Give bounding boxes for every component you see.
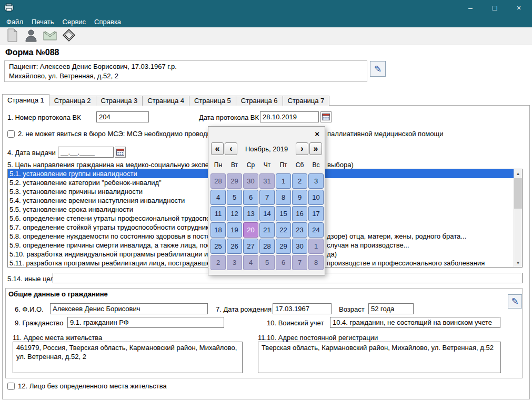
calendar-day[interactable]: 11: [210, 206, 226, 221]
tab-3[interactable]: Страница 3: [96, 96, 143, 106]
calendar-day[interactable]: 29: [276, 239, 291, 254]
calendar-day[interactable]: 2: [210, 255, 226, 270]
calendar-day[interactable]: 21: [259, 222, 275, 238]
issue-date-input[interactable]: [58, 147, 114, 158]
listbox-scrollbar[interactable]: ▲ ▼: [514, 169, 522, 267]
calendar-day[interactable]: 28: [210, 173, 226, 189]
send-button[interactable]: [42, 28, 58, 44]
calendar-day[interactable]: 25: [210, 239, 226, 254]
calendar-day[interactable]: 10: [308, 190, 324, 205]
residence-address-textarea[interactable]: 461979, Россия, Тверская область, Карман…: [13, 342, 243, 373]
fio-input[interactable]: [50, 303, 208, 314]
scroll-up-button[interactable]: ▲: [514, 169, 522, 178]
protocol-number-input[interactable]: [96, 111, 149, 122]
diamond-icon: [62, 28, 76, 44]
protocol-date-input[interactable]: [260, 111, 319, 122]
homeless-label: 12. Лицо без определенного места жительс…: [18, 382, 167, 390]
app-window: – □ × ФайлПечатьСервисСправка Форма №088…: [0, 0, 532, 401]
tab-7[interactable]: Страница 7: [283, 96, 330, 106]
calendar-prev-button[interactable]: ‹: [225, 142, 237, 155]
calendar-day[interactable]: 17: [308, 206, 324, 221]
calendar-weekday: Ср: [243, 161, 259, 169]
calendar-day[interactable]: 27: [243, 239, 258, 254]
purpose-item-text: 5.1. установление группы инвалидности: [9, 170, 137, 178]
calendar-weekday: Сб: [292, 161, 308, 169]
calendar-weekdays: ПнВтСрЧтПтСбВс: [210, 161, 324, 169]
tab-4[interactable]: Страница 4: [142, 96, 189, 106]
edit-general-button[interactable]: ✎: [508, 294, 522, 309]
close-button[interactable]: ×: [510, 4, 528, 12]
calendar-day[interactable]: 31: [259, 173, 275, 189]
menu-item-2[interactable]: Печать: [27, 17, 58, 27]
calendar-day[interactable]: 6: [276, 255, 291, 270]
calendar-day[interactable]: 7: [259, 190, 275, 205]
registration-address-textarea[interactable]: Тверская область, Кармановский район, Ми…: [258, 342, 501, 373]
calendar-day[interactable]: 8: [276, 190, 291, 205]
calendar-day[interactable]: 1: [308, 239, 324, 254]
calendar-day[interactable]: 5: [259, 255, 275, 270]
edit-patient-button[interactable]: ✎: [370, 61, 386, 77]
calendar-day[interactable]: 12: [227, 206, 242, 221]
patient-line1: Пациент: Алексеев Денис Борисович, 17.03…: [9, 62, 363, 71]
homeless-checkbox[interactable]: [7, 383, 15, 390]
calendar-day[interactable]: 19: [227, 222, 242, 238]
calendar-day[interactable]: 13: [243, 206, 258, 221]
person-icon: [25, 28, 37, 44]
calendar-day[interactable]: 23: [292, 222, 307, 238]
calendar-day[interactable]: 5: [227, 190, 242, 205]
calendar-day[interactable]: 28: [259, 239, 275, 254]
calendar-day[interactable]: 7: [292, 255, 307, 270]
calendar-day[interactable]: 4: [210, 190, 226, 205]
menu-item-4[interactable]: Справка: [90, 17, 125, 27]
calendar-day[interactable]: 4: [243, 255, 258, 270]
minimize-button[interactable]: –: [461, 4, 479, 12]
calendar-close-button[interactable]: ×: [315, 129, 319, 138]
calendar-last-button[interactable]: »: [309, 142, 322, 155]
new-document-button[interactable]: [4, 28, 20, 44]
age-input[interactable]: [368, 303, 414, 314]
tab-5[interactable]: Страница 5: [189, 96, 236, 106]
calendar-day[interactable]: 3: [308, 173, 324, 189]
calendar-day[interactable]: 30: [292, 239, 307, 254]
toolbar: [0, 27, 532, 45]
calendar-day[interactable]: 6: [243, 190, 258, 205]
registration-address-label: 11.10. Адрес постоянной регистрации: [258, 334, 378, 342]
calendar-day[interactable]: 29: [227, 173, 242, 189]
age-label: Возраст: [339, 305, 365, 313]
calendar-day[interactable]: 15: [276, 206, 291, 221]
military-input[interactable]: [330, 317, 500, 328]
menubar: ФайлПечатьСервисСправка: [0, 16, 532, 27]
tab-2[interactable]: Страница 2: [49, 96, 96, 106]
calendar-day[interactable]: 2: [292, 173, 307, 189]
menu-item-3[interactable]: Сервис: [58, 17, 91, 27]
document-icon: [6, 28, 18, 44]
menu-item-1[interactable]: Файл: [2, 17, 27, 27]
calendar-day[interactable]: 26: [227, 239, 242, 254]
maximize-button[interactable]: □: [486, 4, 504, 12]
patient-button[interactable]: [23, 28, 39, 44]
calendar-day[interactable]: 3: [227, 255, 242, 270]
birth-date-input[interactable]: [273, 303, 332, 314]
tab-6[interactable]: Страница 6: [236, 96, 283, 106]
calendar-day[interactable]: 1: [276, 173, 291, 189]
calendar-next-button[interactable]: ›: [296, 142, 308, 155]
cannot-attend-label: 2. не может явиться в бюро МСЭ: МСЭ необ…: [18, 130, 217, 138]
calendar-day[interactable]: 16: [292, 206, 307, 221]
tab-1[interactable]: Страница 1: [2, 94, 49, 106]
citizenship-input[interactable]: [67, 317, 224, 328]
calendar-day[interactable]: 14: [259, 206, 275, 221]
calendar-day[interactable]: 18: [210, 222, 226, 238]
calendar-day[interactable]: 24: [308, 222, 324, 238]
calendar-day[interactable]: 22: [276, 222, 291, 238]
issue-date-calendar-button[interactable]: [115, 147, 126, 158]
calendar-day[interactable]: 9: [292, 190, 307, 205]
cannot-attend-checkbox[interactable]: [7, 130, 15, 138]
protocol-date-calendar-button[interactable]: [320, 111, 332, 122]
calendar-day[interactable]: 30: [243, 173, 258, 189]
calendar-first-button[interactable]: «: [211, 142, 224, 155]
calendar-day[interactable]: 8: [308, 255, 324, 270]
scroll-down-button[interactable]: ▼: [514, 259, 522, 267]
scroll-thumb[interactable]: [514, 178, 522, 209]
services-button[interactable]: [61, 28, 77, 44]
calendar-day[interactable]: 20: [243, 222, 258, 238]
